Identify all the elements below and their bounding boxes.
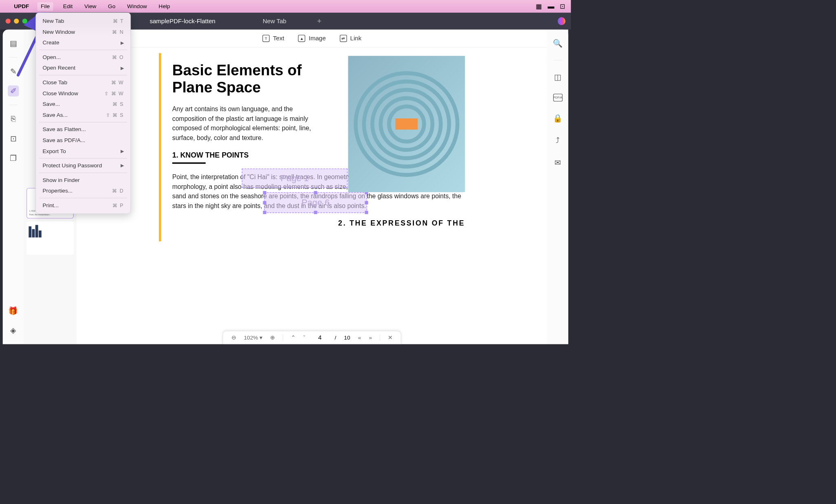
annotation-page1[interactable]: Page 1 (242, 169, 348, 188)
dd-print[interactable]: Print...⌘ P (36, 200, 130, 211)
brand-icon[interactable] (558, 17, 565, 25)
text-tool-button[interactable]: TText (262, 35, 284, 42)
dd-close-window[interactable]: Close Window⇧ ⌘ W (36, 88, 130, 99)
last-page-button[interactable]: » (369, 334, 372, 341)
dd-export-to[interactable]: Export To▶ (36, 146, 130, 157)
reader-mode-icon[interactable]: ▤ (8, 38, 19, 49)
doc-heading-2: 2. THE EXPRESSION OF THE (172, 219, 465, 228)
file-dropdown-menu: New Tab⌘ T New Window⌘ N Create▶ Open...… (35, 13, 131, 214)
maximize-window-button[interactable] (22, 19, 27, 24)
layers-icon[interactable]: ◈ (8, 325, 19, 336)
dd-properties[interactable]: Properties...⌘ D (36, 186, 130, 197)
dd-save-flatten[interactable]: Save as Flatten... (36, 124, 130, 135)
close-window-button[interactable] (6, 19, 11, 24)
divider (172, 162, 206, 164)
dd-create[interactable]: Create▶ (36, 37, 130, 48)
menu-help[interactable]: Help (157, 3, 172, 10)
current-page-input[interactable] (313, 334, 327, 341)
menu-edit[interactable]: Edit (62, 3, 75, 10)
edit-icon[interactable]: ✐ (8, 85, 19, 96)
minimize-window-button[interactable] (14, 19, 19, 24)
pdfa-icon[interactable]: PDF/A (553, 94, 562, 101)
gift-icon[interactable]: 🎁 (8, 305, 19, 316)
lock-icon[interactable]: 🔒 (552, 113, 563, 124)
pages-icon[interactable]: ❐ (8, 152, 19, 163)
doc-title: Basic Elements of Plane Space (172, 61, 326, 96)
menu-view[interactable]: View (83, 3, 98, 10)
menubar: UPDF File Edit View Go Window Help ▦ ▬ ⊡ (0, 0, 571, 13)
image-icon: ▲ (298, 35, 306, 42)
dd-new-tab[interactable]: New Tab⌘ T (36, 15, 130, 26)
dd-close-tab[interactable]: Close Tab⌘ W (36, 77, 130, 88)
menubar-icon-1[interactable]: ▦ (536, 2, 542, 10)
text-icon: T (262, 35, 270, 42)
page-icon[interactable]: ⎘ (8, 114, 19, 125)
crop-icon[interactable]: ⊡ (8, 133, 19, 144)
doc-paragraph-1: Any art contains its own language, and t… (172, 104, 326, 142)
dd-save[interactable]: Save...⌘ S (36, 99, 130, 110)
chevron-right-icon: ▶ (121, 40, 124, 45)
dd-new-window[interactable]: New Window⌘ N (36, 26, 130, 37)
tab-document[interactable]: samplePDF-lock-Flatten (128, 15, 238, 27)
dd-open[interactable]: Open...⌘ O (36, 52, 130, 63)
dd-save-as[interactable]: Save As...⇧ ⌘ S (36, 110, 130, 121)
next-page-button[interactable]: ˇ (303, 334, 305, 341)
window-controls (6, 19, 27, 24)
page-separator: / (334, 334, 336, 341)
dd-show-finder[interactable]: Show in Finder (36, 175, 130, 186)
mail-icon[interactable]: ✉ (552, 157, 563, 168)
menu-file[interactable]: File (37, 2, 53, 11)
dd-save-pdfa[interactable]: Save as PDF/A... (36, 135, 130, 146)
link-icon: ⇄ (340, 35, 347, 42)
document-page: Basic Elements of Plane Space Any art co… (159, 53, 465, 241)
menubar-icon-2[interactable]: ▬ (548, 2, 554, 10)
content-area: TText ▲Image ⇄Link Basic Elements of Pla… (77, 29, 548, 344)
status-bar: ⊖ 102% ▾ ⊕ ⌃ ˇ / 10 « » ✕ (223, 331, 401, 344)
total-pages: 10 (344, 334, 350, 341)
close-statusbar-button[interactable]: ✕ (388, 334, 393, 341)
right-sidebar: 🔍 ◫ PDF/A 🔒 ⤴ ✉ (547, 29, 568, 344)
highlight-icon[interactable]: ✎ (8, 66, 19, 77)
menubar-icon-3[interactable]: ⊡ (560, 2, 565, 10)
dd-open-recent[interactable]: Open Recent▶ (36, 63, 130, 74)
link-tool-button[interactable]: ⇄Link (340, 35, 362, 42)
app-name[interactable]: UPDF (14, 3, 29, 10)
zoom-out-button[interactable]: ⊖ (231, 334, 236, 341)
chevron-right-icon: ▶ (121, 163, 124, 168)
zoom-in-button[interactable]: ⊕ (270, 334, 275, 341)
left-sidebar: ▤ ✎ ✐ ⎘ ⊡ ❐ 🎁 ◈ (3, 29, 24, 344)
zoom-level[interactable]: 102% ▾ (244, 334, 262, 341)
new-tab-button[interactable]: + (311, 15, 327, 26)
image-tool-button[interactable]: ▲Image (298, 35, 326, 42)
annotation-page6-selected[interactable]: Page 6 (264, 192, 367, 213)
dd-protect[interactable]: Protect Using Password▶ (36, 160, 130, 171)
document-image (348, 56, 465, 192)
prev-page-button[interactable]: ⌃ (291, 334, 296, 341)
tab-new[interactable]: New Tab (240, 15, 308, 27)
chevron-right-icon: ▶ (121, 66, 124, 71)
export-icon[interactable]: ⤴ (552, 135, 563, 146)
ocr-icon[interactable]: ◫ (552, 72, 563, 83)
search-icon[interactable]: 🔍 (552, 38, 563, 49)
page-thumbnail-2[interactable] (26, 221, 74, 255)
chevron-right-icon: ▶ (121, 149, 124, 154)
first-page-button[interactable]: « (358, 334, 361, 341)
menu-go[interactable]: Go (106, 3, 117, 10)
document-viewport[interactable]: Basic Elements of Plane Space Any art co… (77, 48, 548, 344)
menu-window[interactable]: Window (125, 3, 149, 10)
edit-toolbar: TText ▲Image ⇄Link (77, 29, 548, 47)
